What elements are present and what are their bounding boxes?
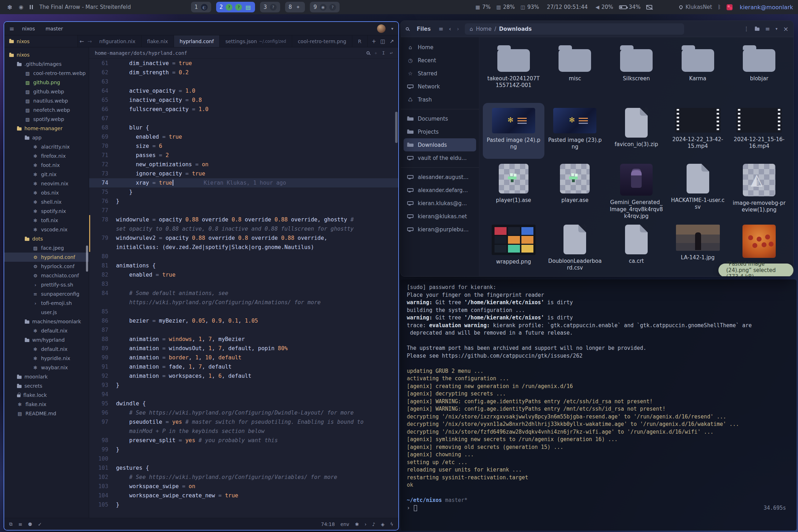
app-menu-icon[interactable]: ≡ <box>439 25 443 32</box>
tree-item-macchiato.conf[interactable]: ⚙macchiato.conf <box>4 271 89 280</box>
diagnostics-check-icon[interactable]: ✓ <box>38 521 42 527</box>
tree-item-sunpaperconfig[interactable]: ≡sunpaperconfig <box>4 289 89 299</box>
file-item-misc[interactable]: misc <box>544 39 606 103</box>
editor-scrollbar[interactable] <box>395 112 398 143</box>
tree-item-cool-retro-term.webp[interactable]: ▨cool-retro-term.webp <box>4 69 89 78</box>
tree-item-hypridle.nix[interactable]: ✻hypridle.nix <box>4 354 89 363</box>
nav-back-icon[interactable]: ← <box>78 35 86 47</box>
tree-item-default.nix[interactable]: ✻default.nix <box>4 345 89 354</box>
workspace-8[interactable]: 8✦ <box>285 2 305 12</box>
menu-icon[interactable]: ≡ <box>9 25 14 32</box>
tab-hyprland.conf[interactable]: hyprland.conf <box>174 35 220 47</box>
breadcrumb-path[interactable]: home-manager/dots/hyprland.conf <box>95 50 187 56</box>
code-editor[interactable]: 61 dim_inactive = true62 dim_strength = … <box>89 59 398 518</box>
sidebar-item-projects[interactable]: Projects <box>404 125 476 138</box>
file-item-gemini-generated-image-4rqv8k4rqv8k4rqv.jpg[interactable]: Gemini_Generated_Image_4rqv8k4rqv8k4rqv.… <box>606 159 667 220</box>
nixos-logo-icon[interactable]: ❄ <box>7 4 12 11</box>
env-label[interactable]: env <box>341 521 349 527</box>
tree-item-hyprlock.conf[interactable]: ⚙hyprlock.conf <box>4 262 89 271</box>
path-bar[interactable]: ⌂ Home / Downloads <box>465 23 684 35</box>
tree-item-dots[interactable]: dots <box>4 234 89 243</box>
pause-icon[interactable] <box>30 5 33 9</box>
tree-item-github.webp[interactable]: ▨github.webp <box>4 87 89 96</box>
file-item-takeout-20241207t155714z-001[interactable]: takeout-20241207T155714Z-001 <box>483 39 544 103</box>
sidebar-scrollbar[interactable] <box>86 245 88 272</box>
cursor-icon[interactable]: I <box>382 50 385 56</box>
file-item-ca.crt[interactable]: ca.crt <box>606 220 667 277</box>
sidebar-item-starred[interactable]: ☆Starred <box>404 67 476 80</box>
back-icon[interactable]: ‹ <box>449 25 451 32</box>
workspace-2[interactable]: 2??▤ <box>216 2 255 12</box>
nav-forward-icon[interactable]: → <box>86 35 93 47</box>
tree-item-tofi-emoji.sh[interactable]: ›tofi-emoji.sh <box>4 299 89 308</box>
forward-icon[interactable]: › <box>457 25 459 32</box>
tree-item-spotify.nix[interactable]: ✻spotify.nix <box>4 207 89 216</box>
tree-item-face.jpeg[interactable]: ▨face.jpeg <box>4 243 89 253</box>
tab-nfiguration.nix[interactable]: nfiguration.nix <box>94 35 141 47</box>
tab-flake.nix[interactable]: flake.nix <box>141 35 174 47</box>
audio-icon[interactable]: ♪ <box>372 521 375 527</box>
sidebar-item-vault-of-the-eldu-[interactable]: vault of the eldu… <box>404 151 476 164</box>
file-item-blobjar[interactable]: blobjar <box>728 39 790 103</box>
tree-item-flake.nix[interactable]: ✻flake.nix <box>4 400 89 409</box>
file-item-pasted-image-23-.png[interactable]: Pasted image (23).png <box>544 103 606 159</box>
tree-item-wm-hyprland[interactable]: wm/hyprland <box>4 335 89 345</box>
tree-item-git.nix[interactable]: ✻git.nix <box>4 170 89 179</box>
screen-off-icon[interactable] <box>646 5 652 10</box>
panel-toggle-icon[interactable]: ⧉ <box>9 521 13 527</box>
tree-item-alacritty.nix[interactable]: ✻alacritty.nix <box>4 142 89 151</box>
tab-r[interactable]: R <box>352 35 368 47</box>
tree-item-firefox.nix[interactable]: ✻firefox.nix <box>4 151 89 161</box>
tree-item-default.nix[interactable]: ✻default.nix <box>4 326 89 335</box>
sidebar-item-alesander-august-[interactable]: alesander.august… <box>404 170 476 184</box>
sidebar-item-recent[interactable]: ◷Recent <box>404 54 476 67</box>
file-item-favicon-io-3-.zip[interactable]: favicon_io(3).zip <box>606 103 667 159</box>
tree-item-waybar.nix[interactable]: ✻waybar.nix <box>4 363 89 372</box>
sidebar-item-home[interactable]: ⌂Home <box>404 41 476 54</box>
sidebar-item-kieran-klukas-g-[interactable]: kieran.klukas@g… <box>404 197 476 210</box>
bluetooth-icon[interactable]: ᛒ <box>718 4 721 10</box>
sidebar-item-downloads[interactable]: Downloads <box>404 138 476 151</box>
cursor-position[interactable]: 74:18 <box>321 521 335 527</box>
tree-item-github.png[interactable]: ▨github.png <box>4 78 89 87</box>
new-tab-button[interactable]: + <box>372 38 376 45</box>
sidebar-item-kieran-purplebu-[interactable]: kieran@purplebu… <box>404 223 476 236</box>
tree-item-app[interactable]: app <box>4 133 89 142</box>
sparkle-icon[interactable]: ✧ <box>375 50 377 56</box>
tree-item-neofetch.webp[interactable]: ▨neofetch.webp <box>4 105 89 115</box>
terminal-window[interactable]: [sudo] password for kierank:Place your f… <box>400 279 797 531</box>
performance-icon[interactable]: ϟ <box>390 521 393 527</box>
workspace-9[interactable]: 9◉? <box>310 2 340 12</box>
file-item-silkscreen[interactable]: Silkscreen <box>606 39 667 103</box>
file-item-2024-12-21-15-16-16.mp4[interactable]: 2024-12-21_15-16-16.mp4 <box>728 103 790 159</box>
tray-app-icon[interactable] <box>727 4 733 10</box>
file-item-image-removebg-preview-1-.png[interactable]: image-removebg-preview(1).png <box>728 159 790 220</box>
breadcrumb-current[interactable]: Downloads <box>499 26 532 32</box>
tree-item-.github-images[interactable]: .github/images <box>4 59 89 69</box>
file-item-hackatime-1-user.csv[interactable]: HACKATIME-1-user.csv <box>667 159 729 220</box>
sidebar-item-kieran-klukas-net[interactable]: kieran@klukas.net <box>404 210 476 223</box>
tree-item-moonlark[interactable]: moonlark <box>4 372 89 381</box>
tree-item-nixos[interactable]: nixos <box>4 50 89 59</box>
search-icon[interactable] <box>406 27 409 30</box>
file-item-player.ase[interactable]: player.ase <box>544 159 606 220</box>
file-item-karma[interactable]: Karma <box>667 39 729 103</box>
git-branch[interactable]: master <box>43 25 66 33</box>
spotify-icon[interactable]: ◉ <box>19 4 23 10</box>
file-item-pasted-image-24-.png[interactable]: Pasted image (24).png <box>483 103 544 159</box>
tree-item-home-manager[interactable]: home-manager <box>4 124 89 133</box>
expand-icon[interactable]: ↗ <box>389 38 394 45</box>
wrap-icon[interactable]: ↩ <box>390 50 393 56</box>
sidebar-item-network[interactable]: Network <box>404 80 476 93</box>
tree-item-obs.nix[interactable]: ✻obs.nix <box>4 188 89 197</box>
tree-item-neovim.nix[interactable]: ✻neovim.nix <box>4 179 89 188</box>
tree-item-tofi.nix[interactable]: ✻tofi.nix <box>4 216 89 225</box>
tree-item-flake.lock[interactable]: flake.lock <box>4 391 89 400</box>
workspace-3[interactable]: 3? <box>260 2 280 12</box>
volume-stat[interactable]: ◀20% <box>595 4 613 10</box>
avatar[interactable] <box>377 24 386 33</box>
notifications-icon[interactable]: ◈ <box>381 521 384 527</box>
tree-item-secrets[interactable]: secrets <box>4 381 89 391</box>
view-toggle-icon[interactable]: ≡ <box>765 25 770 32</box>
split-pane-icon[interactable]: ◫ <box>380 38 385 45</box>
